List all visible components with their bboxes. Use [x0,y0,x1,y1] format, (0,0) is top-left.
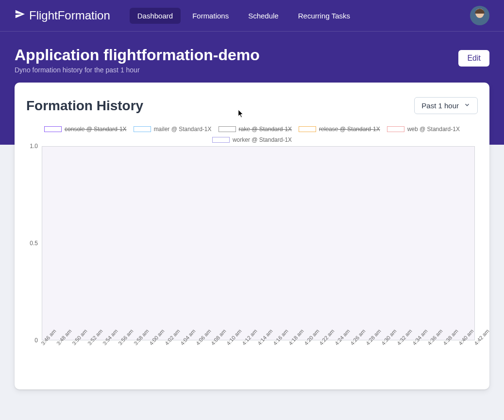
edit-button[interactable]: Edit [458,50,489,67]
time-range-dropdown[interactable]: Past 1 hour [414,97,478,114]
title-row: Application flightformation-demo Dyno fo… [0,32,504,79]
legend-item[interactable]: release @ Standard-1X [299,126,380,133]
chart-area: 1.0 0.5 0 [42,146,475,340]
legend-item[interactable]: rake @ Standard-1X [218,126,292,133]
page-subtitle: Dyno formation history for the past 1 ho… [15,66,260,74]
card-title: Formation History [26,98,143,114]
history-card: Formation History Past 1 hour console @ … [15,83,489,389]
x-axis: 3:46 am3:48 am3:50 am3:52 am3:54 am3:56 … [42,340,475,370]
y-tick: 1.0 [30,143,42,150]
brand-logo[interactable]: FlightFormation [15,9,110,22]
legend-label: release @ Standard-1X [319,126,380,133]
legend-swatch [212,137,230,143]
nav-item-schedule[interactable]: Schedule [240,8,286,24]
legend-label: mailer @ Standard-1X [154,126,212,133]
legend-swatch [218,126,236,132]
legend-item[interactable]: mailer @ Standard-1X [134,126,212,133]
legend-swatch [387,126,404,132]
legend-label: worker @ Standard-1X [233,136,292,143]
nav-item-formations[interactable]: Formations [185,8,236,24]
nav-item-recurring-tasks[interactable]: Recurring Tasks [290,8,358,24]
brand-name: FlightFormation [29,9,110,22]
legend-label: rake @ Standard-1X [239,126,292,133]
avatar[interactable] [470,6,489,25]
chevron-down-icon [464,101,470,110]
time-range-label: Past 1 hour [421,101,459,110]
legend-item[interactable]: worker @ Standard-1X [212,136,292,143]
legend-item[interactable]: console @ Standard-1X [44,126,127,133]
header: FlightFormation DashboardFormationsSched… [0,0,504,32]
legend-swatch [134,126,151,132]
legend-swatch [44,126,62,132]
plot-area[interactable] [42,146,475,340]
chart-legend: console @ Standard-1Xmailer @ Standard-1… [26,126,478,143]
legend-swatch [299,126,316,132]
x-tick: 4:42 am [473,328,490,346]
page-title: Application flightformation-demo [15,46,260,64]
y-tick: 0.5 [30,240,42,247]
nav-item-dashboard[interactable]: Dashboard [130,8,181,24]
top-nav: DashboardFormationsScheduleRecurring Tas… [130,8,358,24]
paper-plane-icon [15,9,25,22]
legend-label: console @ Standard-1X [65,126,127,133]
legend-item[interactable]: web @ Standard-1X [387,126,460,133]
legend-label: web @ Standard-1X [407,126,460,133]
